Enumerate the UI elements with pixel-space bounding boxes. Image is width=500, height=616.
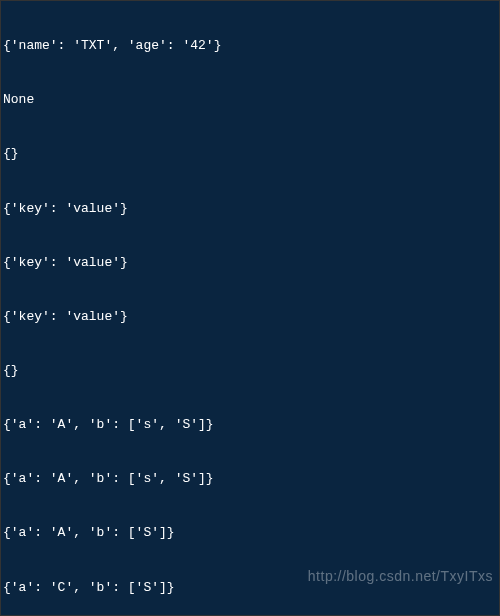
output-line: {'name': 'TXT', 'age': '42'} xyxy=(3,37,497,55)
output-line: None xyxy=(3,91,497,109)
output-line: {'a': 'A', 'b': ['S']} xyxy=(3,524,497,542)
output-line: {'key': 'value'} xyxy=(3,308,497,326)
output-line: {'a': 'A', 'b': ['s', 'S']} xyxy=(3,416,497,434)
output-line: {'key': 'value'} xyxy=(3,200,497,218)
terminal-output: {'name': 'TXT', 'age': '42'} None {} {'k… xyxy=(0,0,500,616)
output-line: {'key': 'value'} xyxy=(3,254,497,272)
output-line: {'a': 'A', 'b': ['s', 'S']} xyxy=(3,470,497,488)
output-line: {'a': 'C', 'b': ['S']} xyxy=(3,579,497,597)
output-line: {} xyxy=(3,362,497,380)
output-line: {} xyxy=(3,145,497,163)
